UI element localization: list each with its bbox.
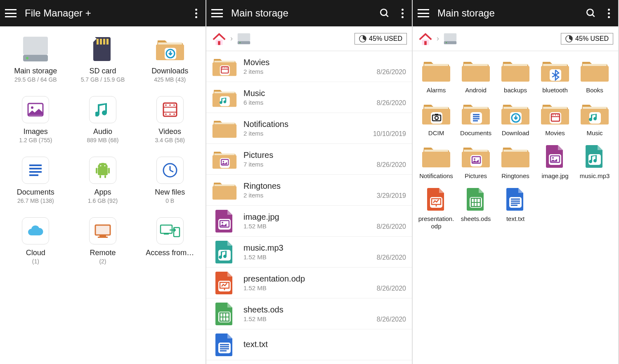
file-date: 8/26/2020 [377,223,406,230]
more-icon[interactable] [192,5,201,21]
apps-icon [86,156,119,185]
svg-rect-98 [424,107,448,109]
file-name: Movies [243,58,377,67]
list-item[interactable]: image.jpg 1.52 MB 8/26/2020 [206,206,412,237]
svg-point-84 [587,9,593,15]
list-item[interactable]: sheets.ods 1.52 MB 8/26/2020 [206,298,412,329]
cloud-icon [19,216,52,245]
list-item[interactable]: presentation.odp 1.52 MB 8/26/2020 [206,268,412,298]
svg-rect-104 [470,112,482,124]
category-remote[interactable]: Remote (2) [71,216,135,265]
file-name: presentation.odp [418,215,455,230]
svg-point-129 [552,157,554,159]
grid-item[interactable]: DCIM [418,99,455,137]
grid-item[interactable]: Android [457,56,494,94]
file-music-icon [212,241,237,263]
grid-item[interactable]: Alarms [418,56,455,94]
svg-rect-93 [464,64,488,66]
svg-rect-94 [503,64,527,66]
list-item[interactable]: Movies 2 items 8/26/2020 [206,51,412,82]
svg-rect-126 [503,150,527,152]
grid-item[interactable]: backups [497,56,534,94]
home-icon[interactable] [211,31,227,47]
list-item[interactable]: music.mp3 1.52 MB 8/26/2020 [206,237,412,268]
category-access-from-[interactable]: Access from… [138,216,201,265]
more-icon[interactable] [605,5,613,21]
file-sheets-icon [212,303,237,325]
file-sub: 6 items [243,99,377,106]
menu-icon[interactable] [5,9,17,17]
grid-item[interactable]: Documents [457,99,494,137]
category-cloud[interactable]: Cloud (1) [4,216,67,265]
list-item[interactable]: Music 6 items 8/26/2020 [206,82,412,113]
category-label: Access from… [146,249,194,257]
file-list: Movies 2 items 8/26/2020 Music 6 items 8… [206,51,412,364]
category-label: Main storage [14,67,57,75]
grid-item[interactable]: Pictures [457,142,494,180]
folder-icon [579,56,611,85]
list-item[interactable]: Ringtones 2 items 3/29/2019 [206,175,412,206]
category-apps[interactable]: Apps 1.6 GB (92) [71,156,135,204]
category-documents[interactable]: Documents 26.7 MB (138) [4,156,67,204]
file-name: Notifications [243,120,373,129]
grid-item[interactable]: music.mp3 [576,142,613,180]
svg-rect-115 [551,116,560,117]
pie-icon [565,35,573,42]
search-icon[interactable] [586,8,596,19]
svg-rect-103 [464,107,488,109]
category-sd-card[interactable]: SD card 5.7 GB / 15.9 GB [71,35,135,83]
category-audio[interactable]: Audio 889 MB (68) [71,95,135,143]
grid-item[interactable]: Ringtones [497,142,534,180]
grid-item[interactable]: Books [576,56,613,94]
svg-rect-66 [214,184,235,186]
folder-download-icon [499,99,532,128]
category-new-files[interactable]: New files 0 B [138,156,201,204]
folder-bluetooth-icon [539,56,571,85]
file-date: 8/26/2020 [377,68,406,76]
search-icon[interactable] [379,8,390,19]
svg-rect-0 [23,37,48,55]
folder-icon [499,142,532,171]
file-name: Android [465,87,487,94]
clock-icon [154,156,187,185]
category-sub: 425 MB (43) [154,76,186,83]
grid-item[interactable]: presentation.odp [418,185,455,230]
svg-rect-88 [444,33,456,41]
storage-icon[interactable] [236,32,252,45]
list-item[interactable]: text.txt [206,329,412,360]
file-music-icon [579,142,611,171]
category-images[interactable]: Images 1.2 GB (755) [4,95,67,143]
category-main-storage[interactable]: Main storage 29.5 GB / 64 GB [4,35,67,83]
grid-item[interactable]: sheets.ods [457,185,494,230]
list-item[interactable]: Pictures 7 items 8/26/2020 [206,144,412,175]
category-videos[interactable]: Videos 3.4 GB (58) [138,95,201,143]
list-item[interactable]: Notifications 2 items 10/10/2019 [206,113,412,144]
usage-badge[interactable]: 45% USED [354,33,407,45]
more-icon[interactable] [398,5,407,21]
grid-screen: Main storage › 45% USED Alarms Android b… [413,0,619,364]
grid-item[interactable]: bluetooth [536,56,574,94]
grid-item[interactable]: image.jpg [536,142,574,180]
svg-rect-52 [214,61,235,62]
svg-point-44 [380,9,387,15]
storage-icon[interactable] [442,32,458,45]
usage-badge[interactable]: 45% USED [561,33,613,45]
menu-icon[interactable] [418,9,429,17]
home-screen: File Manager + Main storage 29.5 GB / 64… [0,0,206,364]
menu-icon[interactable] [211,9,223,17]
svg-rect-25 [98,167,108,175]
grid-item[interactable]: Download [497,99,534,137]
svg-rect-121 [424,150,448,152]
svg-rect-92 [424,64,448,66]
svg-line-45 [386,14,388,16]
category-downloads[interactable]: Downloads 425 MB (43) [138,35,201,83]
file-date: 8/26/2020 [377,316,406,323]
grid-item[interactable]: Notifications [418,142,455,180]
grid-item[interactable]: text.txt [497,185,534,230]
access-icon [154,216,187,245]
category-label: Apps [94,188,111,197]
home-icon[interactable] [418,31,433,47]
grid-item[interactable]: Music [576,99,613,137]
category-label: Cloud [26,249,45,257]
grid-item[interactable]: Movies [536,99,574,137]
